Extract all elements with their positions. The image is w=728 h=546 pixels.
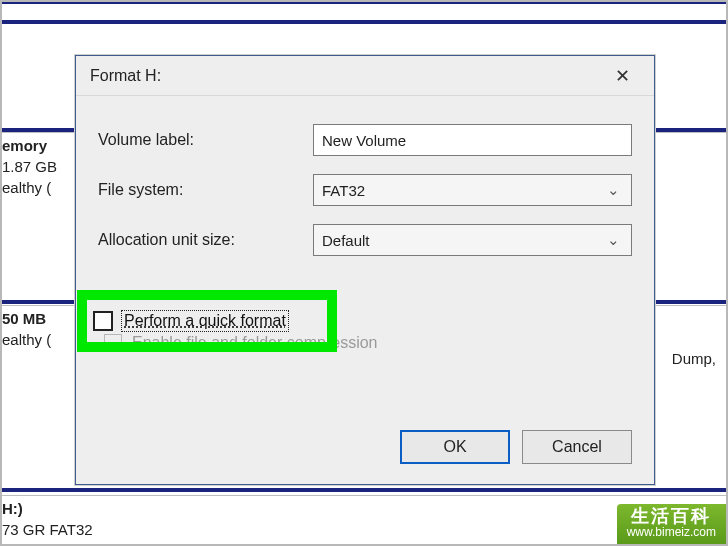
quick-format-checkbox[interactable]: Perform a quick format xyxy=(93,310,289,332)
bg-row2-title: 50 MB xyxy=(2,310,51,327)
allocation-unit-value: Default xyxy=(322,232,370,249)
bg-row3-sub: 73 GR FAT32 xyxy=(2,521,722,538)
label-volume-label: Volume label: xyxy=(98,131,313,149)
row-file-system: File system: FAT32 ⌄ xyxy=(98,174,632,206)
label-allocation-unit: Allocation unit size: xyxy=(98,231,313,249)
cancel-button[interactable]: Cancel xyxy=(522,430,632,464)
chevron-down-icon: ⌄ xyxy=(603,181,623,199)
file-system-value: FAT32 xyxy=(322,182,365,199)
chevron-down-icon: ⌄ xyxy=(603,231,623,249)
ok-button[interactable]: OK xyxy=(400,430,510,464)
row-volume-label: Volume label: xyxy=(98,124,632,156)
bg-row3-title: H:) xyxy=(2,500,722,517)
allocation-unit-select[interactable]: Default ⌄ xyxy=(313,224,632,256)
watermark-title: 生活百科 xyxy=(627,506,716,527)
dialog-button-row: OK Cancel xyxy=(400,430,632,464)
file-system-select[interactable]: FAT32 ⌄ xyxy=(313,174,632,206)
bg-row2-right: Dump, xyxy=(672,350,722,367)
close-icon: ✕ xyxy=(615,66,630,86)
quick-format-label: Perform a quick format xyxy=(121,310,289,332)
watermark-url: www.bimeiz.com xyxy=(627,526,716,540)
site-watermark: 生活百科 www.bimeiz.com xyxy=(617,504,726,544)
label-file-system: File system: xyxy=(98,181,313,199)
row-allocation-unit: Allocation unit size: Default ⌄ xyxy=(98,224,632,256)
close-button[interactable]: ✕ xyxy=(600,61,644,91)
format-dialog: Format H: ✕ Volume label: File system: F… xyxy=(75,55,655,485)
volume-label-input[interactable] xyxy=(313,124,632,156)
dialog-title: Format H: xyxy=(90,67,161,85)
dialog-titlebar[interactable]: Format H: ✕ xyxy=(76,56,654,96)
bg-row2-status: ealthy ( xyxy=(2,331,51,348)
tutorial-highlight: Perform a quick format xyxy=(77,290,337,352)
checkbox-icon xyxy=(93,311,113,331)
